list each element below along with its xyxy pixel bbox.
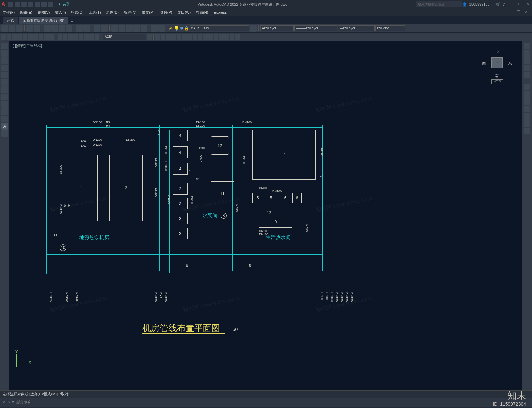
tb-save-icon[interactable] <box>16 25 23 32</box>
jogged-icon[interactable] <box>84 34 89 40</box>
nav-zoom-icon[interactable] <box>524 57 530 64</box>
draw-spline-icon[interactable] <box>1 94 8 100</box>
tb-zoom-icon[interactable] <box>101 25 108 32</box>
command-close-icon[interactable]: ✕ <box>3 400 6 404</box>
viewcube-west[interactable]: 西 <box>482 61 486 66</box>
menu-express[interactable]: Express <box>213 10 227 14</box>
menu-help[interactable]: 帮助(H) <box>196 10 208 15</box>
nav-pan-icon[interactable] <box>524 50 530 57</box>
qat-redo-icon[interactable] <box>48 2 53 7</box>
doc-minimize-button[interactable]: — <box>507 10 513 15</box>
draw-block-icon[interactable] <box>1 108 8 115</box>
dim-edit-icon[interactable] <box>89 34 94 40</box>
layer-freeze-icon[interactable]: ❄ <box>180 26 183 31</box>
tb-match-icon[interactable] <box>66 25 72 32</box>
modify-fillet-icon[interactable] <box>230 34 234 40</box>
modify-join-icon[interactable] <box>219 34 224 40</box>
tb-undo2-icon[interactable] <box>76 25 83 32</box>
doc-close-button[interactable]: ✕ <box>523 10 529 15</box>
search-input[interactable]: 键入关键字或短语 <box>416 1 462 7</box>
tb-sheetset-icon[interactable] <box>133 25 140 32</box>
modify-explode-icon[interactable] <box>235 34 240 40</box>
qat-saveas-icon[interactable] <box>28 2 33 7</box>
draw-arc-icon[interactable] <box>1 65 8 71</box>
dim-tedit-icon[interactable] <box>95 34 99 40</box>
cart-icon[interactable]: 🛒 <box>495 2 500 7</box>
tab-new-button[interactable]: + <box>69 19 75 24</box>
ref-attach-icon[interactable] <box>524 84 530 90</box>
menu-parametric[interactable]: 参数(P) <box>160 10 172 15</box>
modify-chamfer-icon[interactable] <box>224 34 229 40</box>
modify-erase-icon[interactable] <box>155 34 160 40</box>
tb-clean-icon[interactable] <box>158 25 165 32</box>
modify-move-icon[interactable] <box>182 34 187 40</box>
modify-stretch-icon[interactable] <box>198 34 202 40</box>
nav-orbit-icon[interactable] <box>524 65 530 71</box>
modify-array-icon[interactable] <box>177 34 181 40</box>
tab-drawing[interactable]: 某商业楼暖通空调设计图* <box>19 17 68 24</box>
tb-markup-icon[interactable] <box>141 25 147 32</box>
viewcube-top[interactable]: 上 <box>491 57 503 68</box>
center-mark-icon[interactable] <box>73 34 78 40</box>
tab-start[interactable]: 开始 <box>3 17 18 24</box>
draw-ellipse-icon[interactable] <box>1 79 8 86</box>
dim-ordinate-icon[interactable] <box>17 34 22 40</box>
ref-clip-icon[interactable] <box>524 91 530 98</box>
maximize-button[interactable]: □ <box>517 2 523 7</box>
user-icon[interactable]: 👤 <box>462 2 467 7</box>
dimstyle-dropdown[interactable]: AXIS <box>103 34 146 40</box>
qat-plot-icon[interactable] <box>35 2 40 7</box>
close-button[interactable]: ✕ <box>525 2 531 7</box>
modify-break-icon[interactable] <box>214 34 218 40</box>
command-input[interactable]: 键入命令 <box>16 400 31 405</box>
qat-open-icon[interactable] <box>15 2 20 7</box>
draw-line-icon[interactable] <box>1 43 8 49</box>
tb-cut-icon[interactable] <box>44 25 51 32</box>
dim-arc-icon[interactable] <box>12 34 17 40</box>
ref-frame-icon[interactable] <box>524 98 530 105</box>
tb-toolpalettes-icon[interactable] <box>126 25 133 32</box>
ref-edit-icon[interactable] <box>524 128 530 134</box>
draw-polyline-icon[interactable] <box>1 50 8 57</box>
menu-format[interactable]: 格式(O) <box>71 10 84 15</box>
layer-lock-icon[interactable]: 🔒 <box>184 26 189 31</box>
dim-break-icon[interactable] <box>63 34 67 40</box>
modify-extend-icon[interactable] <box>208 34 213 40</box>
viewcube-north[interactable]: 北 <box>495 48 499 54</box>
nav-steering-icon[interactable] <box>524 43 530 49</box>
menu-modify[interactable]: 修改(M) <box>142 10 155 15</box>
tb-plot-icon[interactable] <box>26 25 33 32</box>
inspect-icon[interactable] <box>79 34 83 40</box>
dim-aligned-icon[interactable] <box>7 34 11 40</box>
viewport-label[interactable]: [-][俯视][二维线框] <box>13 43 42 48</box>
menu-file[interactable]: 文件(F) <box>3 10 15 15</box>
dim-continue-icon[interactable] <box>49 34 54 40</box>
draw-mtext-icon[interactable]: A <box>1 123 8 130</box>
tb-copy-icon[interactable] <box>51 25 58 32</box>
tolerance-icon[interactable] <box>68 34 73 40</box>
dim-radius-icon[interactable] <box>23 34 27 40</box>
dimstyle-update-icon[interactable] <box>147 34 152 40</box>
draw-region-icon[interactable] <box>1 130 8 137</box>
lineweight-dropdown[interactable]: — ByLayer <box>338 25 375 31</box>
command-input-row[interactable]: ✕ ▹ ▾ 键入命令 <box>0 398 532 406</box>
color-dropdown[interactable]: ■ ByLayer <box>260 25 294 31</box>
menu-draw[interactable]: 绘图(D) <box>106 10 119 15</box>
layer-dropdown[interactable]: □ ACS_COM <box>190 25 249 31</box>
draw-hatch-icon[interactable] <box>1 86 8 93</box>
qat-save-icon[interactable] <box>21 2 27 7</box>
modify-rotate-icon[interactable] <box>187 34 192 40</box>
draw-rectangle-icon[interactable] <box>1 72 8 78</box>
menu-edit[interactable]: 编辑(E) <box>20 10 32 15</box>
modify-mirror-icon[interactable] <box>166 34 171 40</box>
dim-diameter-icon[interactable] <box>28 34 33 40</box>
dim-quick-icon[interactable] <box>39 34 43 40</box>
qat-undo-icon[interactable] <box>41 2 47 7</box>
modify-copy-icon[interactable] <box>161 34 165 40</box>
help-icon[interactable]: ? <box>503 2 505 6</box>
tb-new-icon[interactable] <box>1 25 8 32</box>
tb-properties-icon[interactable] <box>111 25 118 32</box>
tb-block-icon[interactable] <box>151 25 158 32</box>
modify-trim-icon[interactable] <box>203 34 208 40</box>
dim-linear-icon[interactable] <box>1 34 6 40</box>
